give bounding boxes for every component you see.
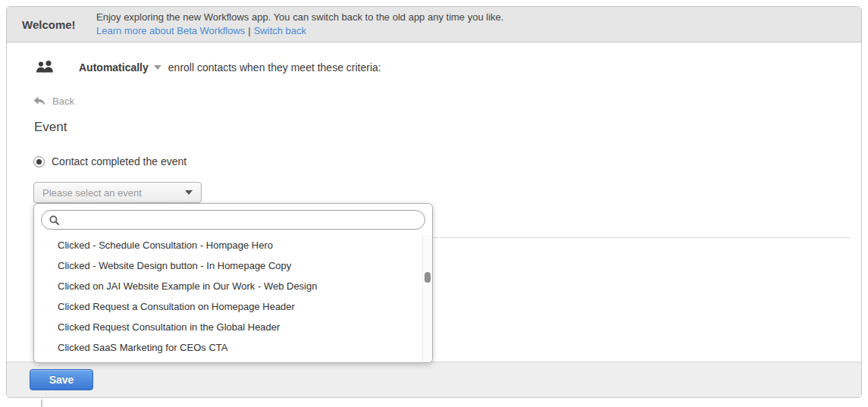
event-search-input[interactable]: [64, 214, 417, 227]
list-item[interactable]: Clicked Request Consultation in the Glob…: [34, 317, 432, 337]
footer-bar: Save: [7, 362, 861, 397]
save-button[interactable]: Save: [30, 369, 93, 390]
list-item[interactable]: Clicked on JAI Website Example in Our Wo…: [34, 276, 432, 296]
scrollbar-thumb[interactable]: [425, 272, 431, 283]
event-search: [41, 210, 425, 230]
event-select[interactable]: Please select an event: [33, 182, 202, 203]
banner-title: Welcome!: [22, 18, 96, 31]
back-label: Back: [52, 95, 74, 107]
banner-message-block: Enjoy exploring the new Workflows app. Y…: [96, 11, 503, 38]
enrollment-criteria-content: Automatically enroll contacts when they …: [7, 42, 861, 363]
event-dropdown-panel: Clicked - Schedule Consultation - Hompag…: [33, 203, 433, 363]
enrollment-mode-dropdown[interactable]: Automatically: [79, 61, 161, 74]
radio-contact-completed-event[interactable]: [33, 156, 45, 167]
link-separator: |: [248, 25, 250, 36]
radio-label: Contact completed the event: [52, 155, 186, 167]
event-list: Clicked - Schedule Consultation - Hompag…: [34, 235, 432, 358]
workflow-editor-panel: Welcome! Enjoy exploring the new Workflo…: [6, 6, 862, 398]
event-select-value: Please select an event: [42, 187, 142, 199]
list-item[interactable]: Clicked SaaS Marketing for CEOs CTA: [34, 337, 432, 358]
radio-selected-dot: [36, 159, 42, 164]
switch-back-link[interactable]: Switch back: [254, 25, 306, 36]
enrollment-mode-label: Automatically: [79, 61, 149, 74]
banner-message: Enjoy exploring the new Workflows app. Y…: [96, 11, 503, 24]
learn-more-link[interactable]: Learn more about Beta Workflows: [96, 25, 245, 36]
list-item[interactable]: Clicked - Website Design button - In Hom…: [34, 255, 432, 276]
caret-down-icon: [154, 65, 161, 70]
banner-links: Learn more about Beta Workflows|Switch b…: [96, 24, 503, 38]
section-title: Event: [34, 120, 67, 135]
radio-row: Contact completed the event: [33, 155, 186, 167]
connector-line: [41, 399, 42, 407]
list-item[interactable]: Clicked Request a Consultation on Homepa…: [34, 296, 432, 317]
contacts-icon: [36, 61, 55, 74]
enrollment-criteria-row: Automatically enroll contacts when they …: [36, 61, 381, 74]
back-link[interactable]: Back: [33, 95, 74, 107]
caret-down-icon: [185, 190, 193, 195]
back-arrow-icon: [33, 96, 45, 106]
enrollment-criteria-text: enroll contacts when they meet these cri…: [168, 61, 381, 74]
scrollbar-track[interactable]: [422, 235, 432, 362]
search-icon: [49, 215, 59, 225]
welcome-banner: Welcome! Enjoy exploring the new Workflo…: [7, 7, 861, 42]
list-item[interactable]: Clicked - Schedule Consultation - Hompag…: [34, 235, 432, 255]
